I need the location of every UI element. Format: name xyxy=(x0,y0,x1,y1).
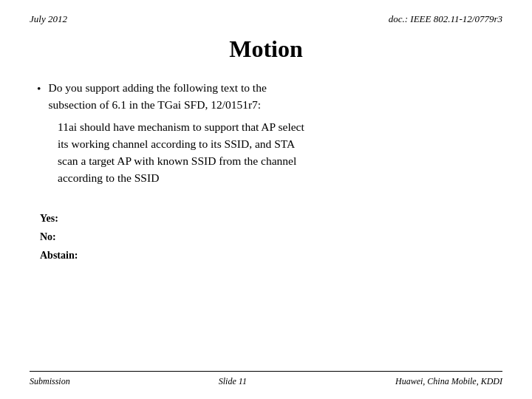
bullet-symbol: • xyxy=(37,80,41,97)
bullet-line1: Do you support adding the following text… xyxy=(48,81,266,94)
page: July 2012 doc.: IEEE 802.11-12/0779r3 Mo… xyxy=(0,0,532,399)
bullet-item: • Do you support adding the following te… xyxy=(37,79,495,114)
main-content: • Do you support adding the following te… xyxy=(30,79,502,371)
vote-no: No: xyxy=(40,228,495,246)
header-date: July 2012 xyxy=(30,13,67,25)
footer-org: Huawei, China Mobile, KDDI xyxy=(395,376,502,387)
page-title: Motion xyxy=(30,35,502,63)
indent-line4: according to the SSID xyxy=(58,171,159,184)
header-doc: doc.: IEEE 802.11-12/0779r3 xyxy=(389,13,502,25)
voting-section: Yes: No: Abstain: xyxy=(40,209,495,265)
vote-yes: Yes: xyxy=(40,209,495,228)
footer: Submission Slide 11 Huawei, China Mobile… xyxy=(30,371,502,387)
header: July 2012 doc.: IEEE 802.11-12/0779r3 xyxy=(30,13,502,25)
indent-line1: 11ai should have mechanism to support th… xyxy=(58,120,304,133)
bullet-text: Do you support adding the following text… xyxy=(48,79,266,114)
indent-line2: its working channel according to its SSI… xyxy=(58,137,295,150)
footer-submission: Submission xyxy=(30,376,70,387)
indent-line3: scan a target AP with known SSID from th… xyxy=(58,154,296,167)
footer-slide: Slide 11 xyxy=(219,376,247,387)
bullet-line2: subsection of 6.1 in the TGai SFD, 12/01… xyxy=(48,98,261,111)
vote-abstain: Abstain: xyxy=(40,246,495,265)
indent-block: 11ai should have mechanism to support th… xyxy=(58,118,495,187)
